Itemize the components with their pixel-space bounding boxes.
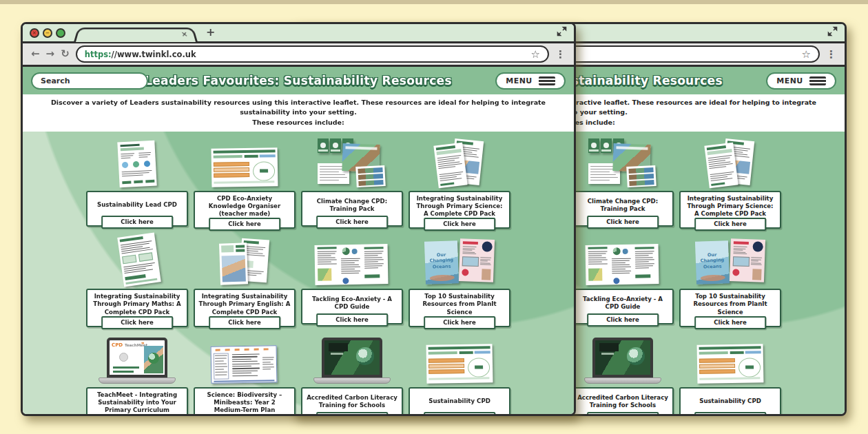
resource-title-box: Accredited Carbon Literacy Training for … — [572, 387, 674, 416]
resource-title: Accredited Carbon Literacy Training for … — [306, 394, 398, 409]
resource-title: Sustainability CPD — [699, 397, 761, 405]
click-here-button[interactable]: Click here — [316, 313, 388, 327]
click-here-button[interactable]: Click here — [101, 316, 173, 329]
bookmark-star-icon[interactable]: ☆ — [531, 48, 540, 61]
click-here-button[interactable]: Click here — [587, 412, 659, 416]
resource-thumbnail-zone — [572, 137, 674, 191]
resource-thumbnail[interactable] — [217, 239, 272, 286]
resource-thumbnail[interactable] — [426, 342, 493, 384]
url-text: //www.twinkl.co.uk — [112, 50, 196, 59]
thumbnail-caption: CPD — [112, 342, 123, 348]
resource-card: Sustainability CPDClick here — [679, 333, 781, 416]
window-resize-icon[interactable] — [557, 26, 567, 39]
resource-thumbnail[interactable] — [697, 342, 763, 384]
resource-title: Integrating Sustainability Through Prima… — [91, 293, 183, 316]
browser-chrome-bar: ✕ − ✕ + — [23, 24, 574, 43]
resource-thumbnail[interactable] — [114, 235, 161, 286]
resource-card: Climate Change CPD: Training PackClick h… — [572, 137, 674, 229]
click-here-button[interactable]: Click here — [424, 412, 495, 416]
intro-line-1: Discover a variety of Leaders sustainabi… — [39, 98, 557, 118]
window-controls: ✕ − — [30, 28, 65, 38]
resource-card: Accredited Carbon Literacy Training for … — [572, 333, 674, 416]
click-here-button[interactable]: Click here — [101, 414, 173, 416]
search-placeholder: Search — [41, 76, 70, 85]
click-here-button[interactable]: Click here — [424, 218, 495, 231]
resource-thumbnail[interactable] — [211, 145, 278, 188]
resource-card: Integrating Sustainability Through Prima… — [679, 137, 781, 229]
resource-title: Tackling Eco-Anxiety - A CPD Guide — [577, 296, 669, 311]
resource-thumbnail-zone: Our Changing Oceans — [409, 235, 510, 289]
reload-button[interactable]: ↻ — [61, 49, 70, 59]
resource-thumbnail[interactable]: Our Changing Oceans — [424, 238, 495, 286]
resource-thumbnail-zone — [301, 235, 403, 289]
resource-thumbnail[interactable] — [703, 140, 758, 188]
menu-button[interactable]: MENU — [766, 72, 836, 90]
resource-thumbnail[interactable] — [432, 140, 487, 188]
click-here-button[interactable]: Click here — [587, 216, 659, 229]
menu-button[interactable]: MENU — [495, 72, 566, 90]
click-here-button[interactable]: Click here — [424, 316, 495, 329]
click-here-button[interactable]: Click here — [101, 216, 173, 229]
forward-button[interactable]: → — [46, 49, 55, 59]
browser-tab[interactable]: ✕ — [74, 28, 198, 42]
resource-title: Tackling Eco-Anxiety - A CPD Guide — [306, 296, 398, 311]
resource-title-box: Accredited Carbon Literacy Training for … — [301, 387, 403, 416]
resource-thumbnail-zone — [409, 137, 510, 191]
resource-thumbnail[interactable] — [318, 138, 386, 188]
resource-title-box: Sustainability CPDClick here — [409, 387, 510, 416]
resource-title: Integrating Sustainability Through Prima… — [198, 293, 291, 316]
expand-window-button[interactable] — [56, 28, 65, 38]
menu-label: MENU — [506, 76, 533, 85]
page-background: ✕ − ✕ + ← → ↻ https://ww — [0, 0, 868, 434]
click-here-button[interactable]: Click here — [316, 412, 388, 416]
search-input[interactable]: Search — [31, 72, 148, 90]
resource-card: Our Changing OceansTop 10 Sustainability… — [409, 235, 510, 327]
resource-thumbnail[interactable] — [313, 338, 391, 384]
page-content: Sustainability Lead CPDClick hereCPD Eco… — [23, 132, 574, 416]
resource-title: Climate Change CPD: Training Pack — [577, 198, 669, 213]
resource-title-box: TeachMeet - Integrating Sustainability i… — [86, 387, 188, 416]
new-tab-button[interactable]: + — [206, 25, 215, 39]
click-here-button[interactable]: Click here — [209, 218, 280, 231]
resource-thumbnail[interactable]: Our Changing Oceans — [694, 238, 766, 286]
click-here-button[interactable]: Click here — [209, 316, 280, 329]
resource-thumbnail-zone: Our Changing Oceans — [679, 235, 781, 289]
resource-title: Top 10 Sustainability Resources from Pla… — [684, 293, 776, 316]
resource-thumbnail[interactable] — [113, 141, 161, 188]
bookmark-star-icon[interactable]: ☆ — [802, 48, 811, 61]
resource-title-box: Sustainability CPDClick here — [679, 387, 781, 416]
click-here-button[interactable]: Click here — [694, 316, 766, 329]
window-resize-icon[interactable] — [827, 26, 838, 39]
click-here-button[interactable]: Click here — [316, 216, 388, 229]
resource-thumbnail[interactable] — [211, 342, 278, 384]
resource-title-box: Integrating Sustainability Through Prima… — [679, 191, 781, 229]
resource-title: Sustainability CPD — [428, 397, 490, 405]
click-here-button[interactable]: Click here — [209, 414, 280, 416]
browser-menu-icon[interactable]: ⋮ — [555, 48, 566, 61]
resource-title-box: Climate Change CPD: Training PackClick h… — [572, 191, 674, 227]
resource-title-box: Integrating Sustainability Through Prima… — [86, 289, 188, 327]
resource-thumbnail[interactable] — [584, 338, 661, 384]
tab-close-icon[interactable]: ✕ — [180, 30, 189, 39]
click-here-button[interactable]: Click here — [694, 218, 766, 231]
resource-title: Top 10 Sustainability Resources from Pla… — [413, 293, 506, 316]
click-here-button[interactable]: Click here — [694, 412, 766, 416]
resource-thumbnail[interactable]: CPDTeachMeet❞ — [99, 338, 176, 384]
back-button[interactable]: ← — [31, 49, 40, 59]
minimize-window-button[interactable]: − — [43, 28, 52, 38]
resource-title-box: CPD Eco-Anxiety Knowledge Organiser (tea… — [194, 191, 296, 229]
resource-thumbnail[interactable] — [586, 240, 660, 286]
resource-thumbnail-zone — [86, 137, 188, 191]
resource-card: CPDTeachMeet❞TeachMeet - Integrating Sus… — [86, 333, 188, 416]
resource-title-box: Climate Change CPD: Training PackClick h… — [301, 191, 403, 227]
resource-card: Tackling Eco-Anxiety - A CPD GuideClick … — [572, 235, 674, 327]
resource-title: Climate Change CPD: Training Pack — [306, 198, 398, 213]
browser-menu-icon[interactable]: ⋮ — [826, 48, 836, 61]
click-here-button[interactable]: Click here — [587, 313, 659, 327]
close-window-button[interactable]: ✕ — [30, 28, 39, 38]
resource-thumbnail[interactable] — [588, 138, 657, 188]
url-bar[interactable]: https://www.twinkl.co.uk ☆ — [76, 45, 549, 63]
resource-thumbnail[interactable] — [315, 240, 389, 286]
resource-card: Integrating Sustainability Through Prima… — [86, 235, 188, 327]
hamburger-icon — [539, 76, 555, 85]
